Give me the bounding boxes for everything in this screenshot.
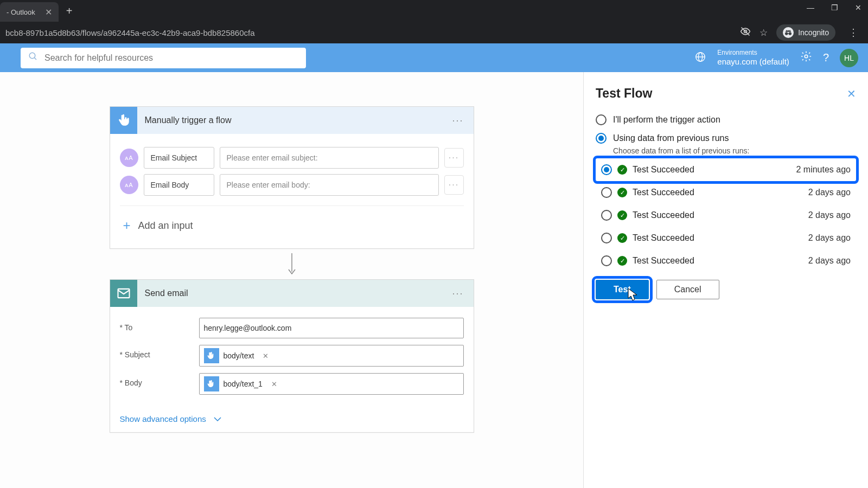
action-card: Send email ··· * To henry.legge@outlook.… [110, 279, 474, 433]
token-text: body/text_1 [219, 380, 267, 388]
address-bar: bcb8-897b1a5d8b63/flows/a962445a-ec3c-42… [0, 22, 868, 43]
run-time: 2 days ago [808, 233, 851, 243]
browser-menu-icon[interactable]: ⋮ [844, 27, 863, 38]
run-item[interactable]: ✓Test Succeeded2 days ago [596, 227, 856, 249]
bookmark-star-icon[interactable]: ☆ [760, 27, 768, 38]
minimize-icon[interactable]: ― [805, 3, 816, 12]
text-type-icon: ᴀA [120, 149, 138, 167]
token-remove-icon[interactable]: ✕ [267, 380, 282, 388]
dynamic-token[interactable]: body/text_1 ✕ [204, 376, 282, 391]
flow-canvas: Manually trigger a flow ··· ᴀA Email Sub… [0, 72, 583, 488]
env-label: Environments [717, 49, 789, 56]
run-item[interactable]: ✓Test Succeeded2 days ago [596, 249, 856, 272]
gear-icon[interactable] [800, 50, 812, 65]
run-time: 2 days ago [808, 256, 851, 266]
environment-selector[interactable]: Environments enayu.com (default) [717, 49, 789, 66]
action-card-header[interactable]: Send email ··· [110, 280, 474, 307]
browser-tab[interactable]: - Outlook ✕ [0, 2, 59, 22]
trigger-input-row: ᴀA Email Body Please enter email body: ·… [120, 174, 464, 196]
window-controls: ― ❐ ✕ [805, 3, 864, 12]
radio-icon [601, 233, 612, 243]
body-field[interactable]: body/text_1 ✕ [199, 373, 464, 395]
incognito-chip[interactable]: Incognito [776, 24, 835, 41]
trigger-title: Manually trigger a flow [137, 115, 443, 125]
token-finger-icon [204, 348, 219, 363]
svg-point-5 [29, 53, 35, 59]
svg-rect-4 [787, 33, 789, 34]
plus-icon: + [123, 218, 131, 233]
divider [120, 206, 464, 206]
new-tab-button[interactable]: + [66, 5, 73, 17]
input-desc-field[interactable]: Please enter email body: [220, 174, 439, 196]
token-text: body/text [219, 351, 259, 360]
action-title: Send email [137, 288, 443, 298]
run-status: Test Succeeded [633, 165, 694, 175]
subject-field[interactable]: body/text ✕ [199, 345, 464, 367]
close-tab-icon[interactable]: ✕ [45, 7, 52, 17]
search-icon [28, 52, 38, 64]
test-button[interactable]: Test [596, 280, 649, 299]
url-text[interactable]: bcb8-897b1a5d8b63/flows/a962445a-ec3c-42… [5, 28, 740, 37]
env-value: enayu.com (default) [717, 57, 789, 67]
run-status: Test Succeeded [633, 188, 694, 197]
run-list: ✓Test Succeeded2 minutes ago✓Test Succee… [596, 158, 856, 272]
incognito-label: Incognito [798, 28, 829, 37]
dynamic-token[interactable]: body/text ✕ [204, 348, 273, 363]
option-previous-runs[interactable]: Using data from previous runs [596, 129, 856, 147]
body-label: * Body [120, 373, 199, 387]
check-circle-icon: ✓ [617, 165, 627, 175]
input-desc-field[interactable]: Please enter email subject: [220, 147, 439, 169]
browser-chrome: - Outlook ✕ + ― ❐ ✕ bcb8-897b1a5d8b63/fl… [0, 0, 868, 43]
radio-icon [601, 255, 612, 266]
eye-slash-icon[interactable] [740, 26, 751, 40]
token-finger-icon [204, 376, 219, 391]
chevron-down-icon [214, 414, 221, 423]
panel-title: Test Flow [596, 86, 652, 101]
run-item[interactable]: ✓Test Succeeded2 days ago [596, 204, 856, 227]
add-input-button[interactable]: + Add an input [120, 210, 464, 241]
text-type-icon: ᴀA [120, 176, 138, 194]
to-value: henry.legge@outlook.com [204, 324, 292, 332]
trigger-menu-icon[interactable]: ··· [442, 115, 473, 126]
tab-title: - Outlook [7, 8, 35, 16]
to-field[interactable]: henry.legge@outlook.com [199, 318, 464, 338]
input-row-menu-icon[interactable]: ··· [444, 175, 464, 195]
radio-icon [596, 133, 607, 144]
trigger-input-row: ᴀA Email Subject Please enter email subj… [120, 147, 464, 169]
input-name-field[interactable]: Email Body [144, 174, 214, 196]
environment-icon[interactable] [694, 51, 706, 65]
trigger-card-header[interactable]: Manually trigger a flow ··· [110, 107, 474, 134]
subject-label: * Subject [120, 345, 199, 359]
input-row-menu-icon[interactable]: ··· [444, 148, 464, 168]
to-label: * To [120, 318, 199, 332]
help-icon[interactable]: ? [823, 52, 829, 64]
radio-icon [601, 187, 612, 198]
radio-icon [601, 164, 612, 175]
trigger-finger-icon [110, 107, 137, 134]
input-name-field[interactable]: Email Subject [144, 147, 214, 169]
close-window-icon[interactable]: ✕ [853, 3, 864, 12]
search-input[interactable] [44, 53, 298, 63]
check-circle-icon: ✓ [617, 188, 627, 197]
option-label: I'll perform the trigger action [613, 115, 720, 125]
option-manual-trigger[interactable]: I'll perform the trigger action [596, 111, 856, 129]
run-item[interactable]: ✓Test Succeeded2 days ago [596, 181, 856, 204]
flow-arrow-icon [288, 252, 296, 276]
test-flow-panel: Test Flow ✕ I'll perform the trigger act… [583, 72, 868, 488]
run-time: 2 minutes ago [796, 165, 851, 175]
action-menu-icon[interactable]: ··· [442, 288, 473, 299]
token-remove-icon[interactable]: ✕ [258, 352, 273, 360]
cursor-icon [628, 288, 639, 302]
search-box[interactable] [21, 48, 306, 68]
maximize-icon[interactable]: ❐ [829, 3, 840, 12]
avatar[interactable]: HL [840, 49, 858, 67]
run-item[interactable]: ✓Test Succeeded2 minutes ago [596, 158, 856, 181]
incognito-icon [783, 27, 794, 38]
run-status: Test Succeeded [633, 210, 694, 220]
svg-point-10 [805, 55, 808, 58]
run-time: 2 days ago [808, 210, 851, 220]
close-panel-icon[interactable]: ✕ [847, 87, 856, 100]
show-advanced-options[interactable]: Show advanced options [110, 406, 474, 432]
svg-line-6 [34, 57, 36, 60]
cancel-button[interactable]: Cancel [656, 280, 719, 299]
